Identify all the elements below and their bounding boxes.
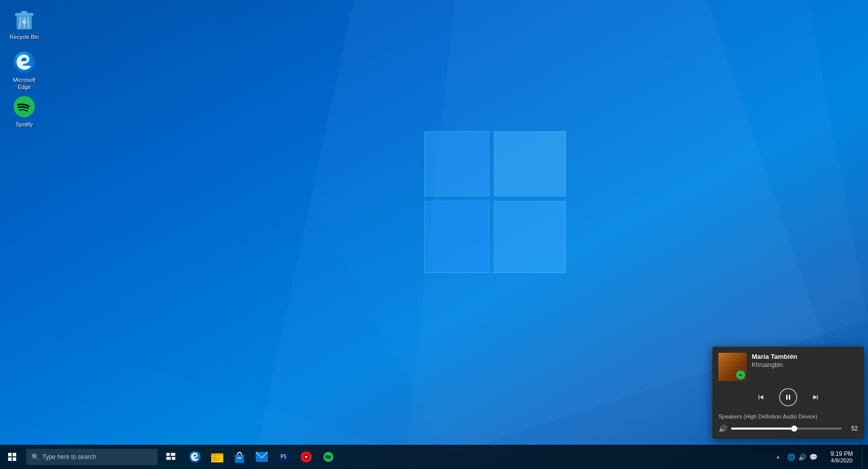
svg-rect-20 (166, 457, 171, 460)
volume-value: 52 (846, 425, 858, 432)
microsoft-edge-icon[interactable]: Microsoft Edge (4, 48, 44, 93)
spotify-label: Spotify (16, 121, 33, 128)
next-icon (811, 393, 820, 402)
task-view-icon (166, 453, 175, 461)
system-tray: ▲ 🌐 🔊 💬 9:19 PM 4/8/2020 (773, 445, 868, 469)
prev-icon (756, 393, 765, 402)
media-next-button[interactable] (807, 389, 824, 405)
pause-icon (784, 393, 792, 401)
search-bar[interactable]: 🔍 Type here to search (26, 449, 158, 465)
volume-slider[interactable] (731, 428, 842, 430)
svg-text:♻: ♻ (22, 19, 27, 25)
store-icon (234, 451, 245, 463)
recycle-bin-icon[interactable]: ♻ Recycle Bin (4, 5, 44, 42)
windows-logo (424, 131, 566, 278)
action-center-icon[interactable]: 💬 (809, 453, 817, 461)
taskbar-media-player[interactable] (295, 445, 317, 469)
search-icon: 🔍 (31, 453, 38, 460)
clock[interactable]: 9:19 PM 4/8/2020 (822, 445, 862, 469)
spotify-icon[interactable]: Spotify (4, 92, 44, 130)
svg-marker-7 (494, 201, 566, 273)
media-controls (718, 388, 858, 406)
taskbar-apps: PS (184, 445, 773, 469)
terminal-icon: PS (278, 452, 290, 462)
svg-rect-29 (235, 455, 244, 463)
volume-thumb[interactable] (791, 426, 797, 432)
svg-marker-6 (424, 201, 489, 273)
media-album-art (718, 353, 747, 381)
taskbar-file-explorer[interactable] (206, 445, 228, 469)
taskbar-spotify[interactable] (317, 445, 340, 469)
volume-speaker-icon[interactable]: 🔊 (718, 425, 727, 433)
svg-text:PS: PS (280, 454, 286, 459)
search-placeholder-text: Type here to search (42, 453, 96, 460)
groove-icon (301, 451, 312, 462)
taskbar-edge[interactable] (184, 445, 206, 469)
media-info: Maria También Khruangbin (747, 353, 858, 368)
volume-icon[interactable]: 🔊 (798, 453, 806, 461)
media-prev-button[interactable] (753, 389, 769, 405)
spotify-badge-icon (738, 372, 744, 378)
edge-image (12, 50, 36, 74)
tray-icons: 🌐 🔊 💬 (783, 453, 822, 461)
network-icon[interactable]: 🌐 (787, 453, 795, 461)
clock-time: 9:19 PM (831, 450, 853, 457)
svg-marker-4 (424, 131, 489, 196)
volume-section: 🔊 52 (718, 425, 858, 433)
svg-rect-19 (171, 453, 175, 456)
show-hidden-icons-button[interactable]: ▲ (773, 445, 783, 469)
taskbar: 🔍 Type here to search (0, 445, 868, 469)
svg-rect-27 (212, 458, 218, 459)
task-view-button[interactable] (160, 445, 182, 469)
media-header: Maria También Khruangbin (718, 353, 858, 381)
volume-fill (731, 428, 794, 430)
start-button[interactable] (0, 445, 24, 469)
recycle-bin-image: ♻ (12, 7, 36, 31)
svg-rect-21 (172, 457, 175, 460)
clock-date: 4/8/2020 (831, 457, 853, 463)
svg-rect-26 (212, 457, 216, 458)
svg-point-36 (305, 456, 307, 458)
file-explorer-icon (211, 451, 223, 462)
mail-icon (256, 452, 268, 462)
spotify-image (12, 95, 36, 119)
spotify-taskbar-icon (323, 451, 334, 462)
taskbar-store[interactable] (228, 445, 251, 469)
svg-rect-30 (237, 457, 242, 458)
media-track-artist: Khruangbin (752, 361, 858, 368)
media-popup: Maria También Khruangbin (712, 347, 864, 439)
svg-marker-5 (494, 131, 566, 196)
edge-taskbar-icon (189, 451, 201, 463)
album-spotify-badge (736, 370, 745, 380)
windows-start-icon (8, 453, 16, 461)
desktop: ♻ Recycle Bin Microsoft Edge (0, 0, 868, 469)
edge-label: Microsoft Edge (6, 76, 42, 91)
album-art-image (718, 353, 747, 381)
svg-rect-28 (212, 460, 217, 461)
media-track-title: Maria También (752, 353, 858, 360)
svg-rect-14 (21, 11, 27, 14)
svg-rect-24 (211, 453, 216, 455)
svg-marker-3 (0, 0, 455, 469)
taskbar-terminal[interactable]: PS (273, 445, 295, 469)
recycle-bin-label: Recycle Bin (10, 33, 39, 40)
media-device: Speakers (High Definition Audio Device) (718, 413, 858, 419)
svg-rect-18 (166, 453, 170, 456)
taskbar-mail[interactable] (251, 445, 273, 469)
show-desktop-button[interactable] (862, 445, 866, 469)
media-pause-button[interactable] (779, 388, 797, 406)
